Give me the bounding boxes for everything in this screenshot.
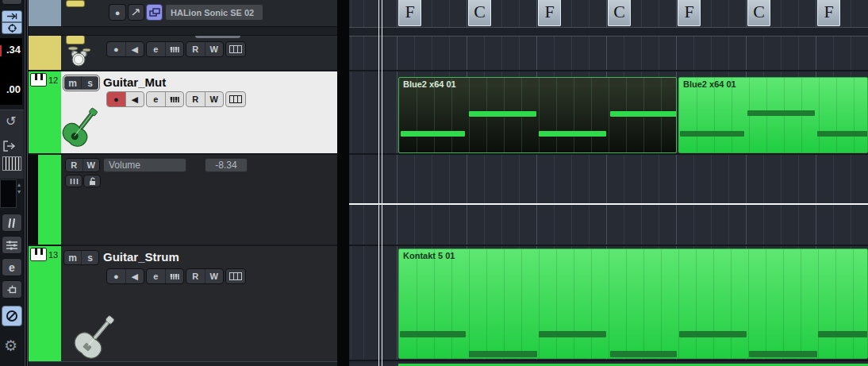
edit-channel-button[interactable]: e (147, 92, 165, 106)
bypass-button-active[interactable] (2, 306, 22, 326)
lanes-button[interactable] (225, 268, 246, 284)
clip-grid-line (731, 249, 732, 358)
edit-channel-button[interactable]: e (147, 269, 165, 283)
beat-line (363, 0, 364, 361)
write-automation-button[interactable]: W (83, 159, 100, 171)
chord-event[interactable]: F (538, 0, 561, 26)
row-boundary (349, 245, 868, 246)
midi-editor-button[interactable] (165, 269, 184, 283)
snap-button[interactable] (2, 22, 22, 34)
playhead-line[interactable] (378, 0, 379, 366)
automation-value-field[interactable]: -8.34 (205, 158, 248, 172)
timebase-button[interactable] (128, 4, 144, 21)
slider-handle[interactable] (195, 36, 240, 38)
chord-event[interactable]: F (398, 0, 421, 26)
lock-button[interactable] (83, 175, 101, 187)
chord-event[interactable]: F (678, 0, 701, 26)
midi-note (679, 331, 747, 337)
track-color-strip[interactable] (29, 0, 61, 26)
clip-grid-line (451, 78, 452, 152)
event-display[interactable]: FCFCFCF Blue2 x64 01Blue2 x64 01Kontakt … (349, 0, 868, 366)
instrument-track-icon (30, 73, 47, 87)
clip-grid-line (539, 249, 540, 358)
midi-note (400, 331, 466, 337)
read-automation-button[interactable]: R (66, 159, 83, 171)
track-row-guitar-mut[interactable]: 12 m s Guitar_Mut ● ◀ e R W (29, 71, 337, 154)
chord-event[interactable]: F (817, 0, 840, 26)
clip-grid-line (732, 78, 732, 152)
scroll-arrows[interactable]: ▴▾ (17, 181, 21, 195)
automation-parameter-select[interactable]: Volume (103, 158, 186, 172)
read-automation-button[interactable]: R (186, 42, 205, 56)
track-color-strip[interactable] (29, 246, 61, 361)
lanes-button[interactable] (225, 91, 246, 107)
autoscroll-button[interactable] (2, 10, 22, 22)
record-enable-button-active[interactable]: ● (107, 92, 125, 106)
edit-channel-button[interactable]: e (147, 42, 165, 56)
write-automation-button[interactable]: W (205, 92, 224, 106)
playhead-line[interactable] (382, 0, 382, 366)
solo-button[interactable]: s (81, 76, 98, 90)
keyboard-icon[interactable] (2, 156, 21, 171)
beat-line (351, 0, 351, 361)
clip-grid-line (591, 249, 592, 358)
edit-channel-button[interactable]: e (2, 258, 22, 276)
midi-note (539, 331, 606, 337)
write-automation-button[interactable]: W (205, 42, 224, 56)
automation-lane-row[interactable]: R W Volume -8.34 (29, 155, 337, 245)
midi-clip[interactable]: Kontakt 5 01 (398, 248, 868, 359)
track-list: ● HALion Sonic SE 02 (29, 0, 337, 366)
read-automation-button[interactable]: R (186, 269, 205, 283)
track-color-strip[interactable] (38, 155, 61, 245)
clip-grid-line (697, 78, 697, 152)
monitor-button[interactable]: ◀ (125, 269, 144, 283)
midi-clip[interactable]: Blue2 x64 01 (398, 77, 677, 153)
record-enable-button[interactable]: ● (109, 4, 126, 21)
clip-grid-line (434, 78, 435, 152)
track-row-drums[interactable]: ● ◀ e R W (29, 36, 337, 70)
rotate-cycle-icon[interactable]: ↺ (6, 114, 16, 129)
midi-note (469, 111, 536, 117)
monitor-button[interactable]: ◀ (125, 92, 144, 106)
clip-grid-line (643, 249, 644, 358)
mute-button[interactable]: m (64, 76, 81, 90)
automation-curve[interactable] (349, 203, 868, 205)
track-number: 13 (48, 250, 58, 260)
lanes-button[interactable] (225, 41, 246, 57)
record-enable-button[interactable]: ● (107, 269, 125, 283)
window-layout-button[interactable] (2, 280, 22, 299)
track-name[interactable]: Guitar_Strum (103, 250, 179, 264)
inspector-edge-panel: ↺ (0, 110, 24, 179)
chord-event[interactable]: C (747, 0, 770, 26)
monitor-button[interactable]: ◀ (125, 42, 144, 56)
write-automation-button[interactable]: W (205, 269, 224, 283)
track-name[interactable]: Guitar_Mut (103, 75, 166, 89)
lane-display-button[interactable] (65, 175, 83, 187)
track-row-halion[interactable]: ● HALion Sonic SE 02 (29, 0, 337, 26)
left-toolbar: .34 .00 ↺ ▴▾ e ⚙ (0, 0, 24, 366)
toolbar-partial-button[interactable] (2, 0, 22, 5)
mute-button[interactable]: m (64, 251, 81, 264)
chord-event[interactable]: C (468, 0, 491, 26)
gear-icon[interactable]: ⚙ (4, 337, 17, 355)
midi-clip[interactable]: Blue2 x64 01 (678, 77, 868, 153)
midi-editor-button[interactable] (165, 42, 184, 56)
clip-grid-line (783, 249, 784, 358)
chord-event[interactable]: C (608, 0, 631, 26)
mixer-button[interactable] (2, 236, 22, 254)
clip-grid-line (818, 249, 819, 358)
row-boundary (349, 153, 868, 155)
divider-band (349, 28, 868, 36)
midi-editor-button[interactable] (165, 92, 184, 106)
read-automation-button[interactable]: R (186, 92, 205, 106)
transport-value-top: .34 (6, 44, 21, 56)
solo-button[interactable]: s (81, 251, 98, 264)
track-row-guitar-strum[interactable]: 13 m s Guitar_Strum ● ◀ e R W (29, 246, 337, 361)
output-instrument-field[interactable]: HALion Sonic SE 02 (165, 4, 263, 21)
warp-tool-button[interactable] (2, 214, 22, 232)
automation-rw-group: R W (186, 41, 224, 57)
open-device-button[interactable] (146, 4, 163, 21)
record-enable-button[interactable]: ● (107, 42, 125, 56)
output-routing-icon[interactable] (3, 141, 17, 152)
track-color-strip[interactable] (29, 36, 61, 70)
